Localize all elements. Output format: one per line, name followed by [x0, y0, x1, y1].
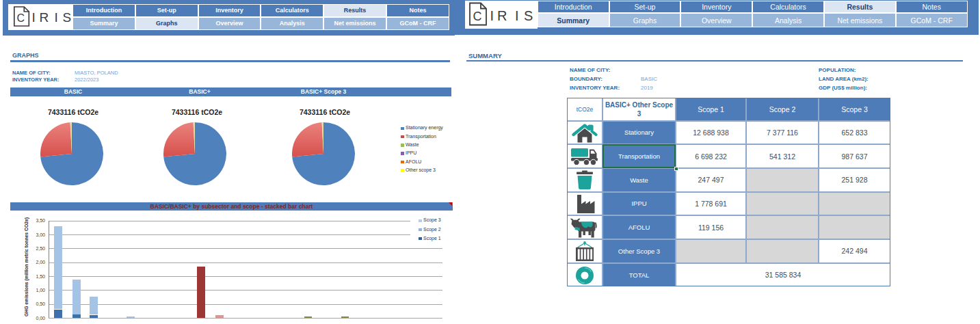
- svg-text:R: R: [497, 8, 507, 23]
- svg-text:I: I: [55, 10, 58, 25]
- svg-text:S: S: [63, 10, 72, 25]
- svg-text:C: C: [17, 12, 25, 24]
- svg-text:R: R: [40, 10, 49, 25]
- svg-text:I: I: [490, 8, 494, 23]
- svg-text:I: I: [32, 10, 36, 25]
- svg-text:C: C: [473, 10, 482, 23]
- svg-text:I: I: [515, 8, 519, 23]
- svg-text:S: S: [524, 8, 533, 23]
